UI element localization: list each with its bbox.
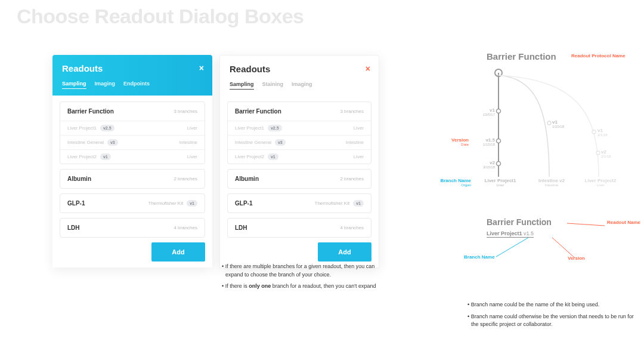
readout-name-label: Readout Name — [607, 220, 640, 225]
readout-name: Barrier Function — [235, 108, 281, 115]
readout-row[interactable]: Barrier Function 3 branches — [228, 102, 371, 121]
svg-line-10 — [552, 238, 575, 258]
version-badge: v1 — [100, 153, 111, 160]
tab-endpoints[interactable]: Endpoints — [123, 81, 150, 89]
branch-row[interactable]: Liver Project1v2.5 Liver — [228, 121, 371, 135]
note-line: • Branch name could otherwise be the ver… — [465, 313, 638, 329]
version-badge: v2.5 — [100, 125, 114, 131]
svg-line-8 — [567, 223, 605, 226]
version-tick: v23/10/18 — [477, 160, 495, 169]
version-tick-side: v11/10/18 — [552, 119, 564, 128]
dialog-header: Readouts × Sampling Imaging Endpoints — [52, 55, 212, 96]
tab-staining[interactable]: Staining — [262, 81, 284, 90]
readout-row[interactable]: Albumin 2 branches — [60, 170, 205, 188]
version-label: Version — [568, 256, 585, 261]
note-line: • If there are multiple branches for a g… — [219, 263, 379, 279]
readout-name: Albumin — [67, 176, 91, 182]
branch-row[interactable]: Liver Project2v1 Liver — [228, 149, 371, 164]
branch-organ: Intestine — [179, 140, 197, 145]
add-button[interactable]: Add — [318, 242, 371, 262]
readout-row[interactable]: GLP-1 Thermofisher Kit v1 — [60, 194, 205, 213]
readout-sub: 2 branches — [174, 176, 197, 182]
readout-sub: Thermofisher Kit v1 — [315, 200, 364, 207]
branch-row[interactable]: Liver Project2v1 Liver — [60, 149, 205, 164]
version-badge: v1 — [187, 200, 197, 207]
svg-point-6 — [592, 130, 596, 134]
svg-point-5 — [547, 121, 551, 125]
add-button[interactable]: Add — [151, 242, 205, 262]
readout-sub: 4 branches — [174, 225, 197, 230]
version-badge: v1 — [268, 153, 278, 160]
readout-name: LDH — [235, 224, 247, 231]
close-icon[interactable]: × — [366, 64, 370, 73]
version-tree-diagram: Barrier Function Readout Protocol Name v… — [415, 51, 636, 213]
branch-row[interactable]: Intestine Generalv3 Intestine — [228, 135, 371, 149]
readout-row[interactable]: Barrier Function 3 branches — [60, 102, 205, 121]
branch-endpoint: Liver Project1Liver — [479, 178, 521, 187]
readout-row[interactable]: LDH 4 branches — [60, 219, 205, 237]
page-title: Choose Readout Dialog Boxes — [17, 5, 304, 28]
svg-point-3 — [497, 139, 501, 143]
readout-card: LDH 4 branches — [227, 218, 371, 238]
branch-name: Intestine General — [235, 140, 271, 145]
diagram-notes: • Branch name could be the name of the k… — [465, 301, 638, 333]
tab-imaging[interactable]: Imaging — [95, 81, 116, 89]
readout-card: Albumin 2 branches — [227, 169, 371, 189]
tab-sampling[interactable]: Sampling — [230, 81, 254, 90]
readout-card: Barrier Function 3 branches Liver Projec… — [227, 101, 371, 164]
readout-row[interactable]: LDH 4 branches — [228, 219, 371, 237]
readout-sub: 4 branches — [340, 225, 364, 230]
readout-sub: 3 branches — [174, 109, 197, 114]
svg-point-2 — [497, 109, 501, 113]
readout-sub-text: Thermofisher Kit — [315, 201, 350, 206]
readout-name: GLP-1 — [235, 200, 252, 207]
version-tick-side: v22/1/18 — [601, 149, 611, 158]
version-badge: v3 — [275, 139, 286, 146]
breadcrumb-diagram: Barrier Function Liver Project1 v1.5 Rea… — [487, 217, 642, 238]
branch-organ: Liver — [354, 154, 364, 159]
dialog-body: Barrier Function 3 branches Liver Projec… — [52, 96, 212, 267]
version-label: VersionDate — [445, 137, 469, 146]
dialog-title: Readouts — [62, 63, 203, 73]
readout-card: LDH 4 branches — [60, 218, 205, 238]
dialog-header: Readouts × Sampling Staining Imaging — [219, 55, 379, 96]
readouts-dialog-white: Readouts × Sampling Staining Imaging Bar… — [219, 55, 379, 268]
version-tick: v1.51/15/18 — [475, 137, 495, 146]
close-icon[interactable]: × — [199, 63, 204, 73]
branchname-label: Branch NameOrgan — [436, 178, 471, 187]
readout-name: GLP-1 — [67, 200, 85, 207]
tab-sampling[interactable]: Sampling — [62, 81, 86, 89]
version-badge: v3 — [107, 139, 118, 146]
readout-card: Barrier Function 3 branches Liver Projec… — [60, 101, 205, 164]
branch-name-label: Branch Name — [464, 254, 495, 260]
readout-card: Albumin 2 branches — [60, 169, 205, 189]
readouts-dialog-blue: Readouts × Sampling Imaging Endpoints Ba… — [52, 55, 212, 267]
readout-sub: Thermofisher Kit v1 — [148, 200, 197, 207]
svg-point-7 — [596, 151, 600, 155]
readout-sub-text: Thermofisher Kit — [148, 201, 184, 206]
version-tick-side: v12/1/18 — [597, 128, 608, 137]
readout-name: Albumin — [235, 176, 259, 182]
version-badge: v1 — [353, 200, 364, 207]
readout-row[interactable]: GLP-1 Thermofisher Kit v1 — [228, 194, 371, 213]
branch-organ: Liver — [187, 125, 197, 131]
branch-row[interactable]: Intestine Generalv3 Intestine — [60, 135, 205, 149]
readout-name: LDH — [67, 224, 80, 231]
version-tick: v113/5/17 — [477, 107, 495, 116]
readout-card: GLP-1 Thermofisher Kit v1 — [227, 193, 371, 213]
dialog-title: Readouts — [230, 64, 369, 74]
branch-endpoint: Liver Project2Liver — [580, 178, 621, 187]
branch-row[interactable]: Liver Project1v2.5 Liver — [60, 121, 205, 135]
dialog-tabs: Sampling Staining Imaging — [230, 81, 369, 90]
dialog-tabs: Sampling Imaging Endpoints — [62, 81, 203, 89]
tab-imaging[interactable]: Imaging — [292, 81, 312, 90]
version-badge: v2.5 — [268, 125, 282, 131]
dialog-notes: • If there are multiple branches for a g… — [219, 263, 379, 294]
readout-name: Barrier Function — [67, 108, 114, 115]
branch-name: Liver Project1 — [67, 125, 97, 131]
svg-point-4 — [497, 162, 501, 166]
branch-name: Liver Project2 — [67, 154, 97, 159]
readout-row[interactable]: Albumin 2 branches — [228, 170, 371, 188]
branch-name: Intestine General — [67, 140, 104, 145]
readout-sub: 3 branches — [340, 109, 364, 114]
